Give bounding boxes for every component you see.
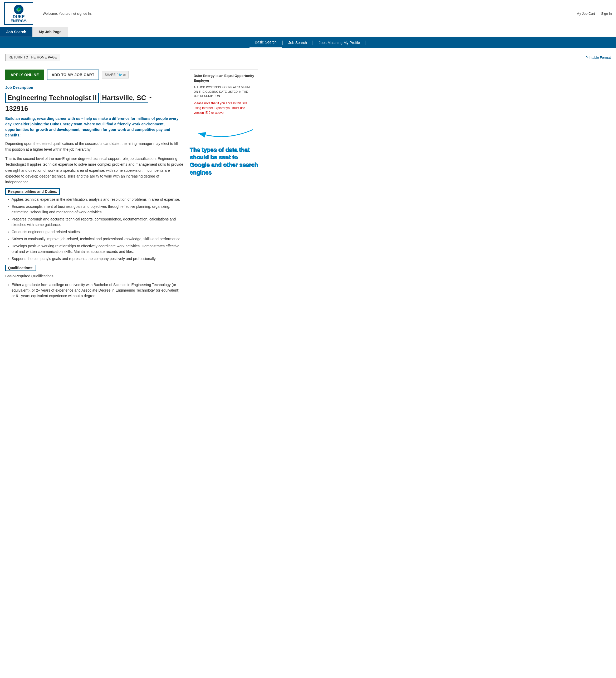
return-bar: RETURN TO THE HOME PAGE Printable Format	[0, 54, 616, 61]
responsibility-item: Ensures accomplishment of business goals…	[11, 204, 184, 215]
job-title-dash: -	[149, 93, 152, 101]
email-icon: ✉	[123, 73, 126, 77]
logo-duke: DUKE	[13, 15, 25, 19]
share-button[interactable]: SHARE f 🐦 ✉	[102, 71, 129, 78]
sidebar-expiry: ALL JOB POSTINGS EXPIRE AT 11:59 PM ON T…	[194, 85, 254, 98]
annotation-text: The types of data that should be sent to…	[190, 146, 258, 176]
primary-navigation: Job Search My Job Page	[0, 27, 616, 37]
qualifications-header: Qualifications:	[5, 265, 36, 271]
responsibility-item: Strives to continually improve job-relat…	[11, 236, 184, 242]
job-description-label: Job Description	[5, 85, 184, 89]
responsibilities-header: Responsibilities and Duties:	[5, 188, 60, 195]
nav-divider: |	[597, 11, 599, 15]
secondary-navigation: Basic Search | Job Search | Jobs Matchin…	[0, 37, 616, 48]
subnav-job-search[interactable]: Job Search	[283, 37, 312, 48]
share-icons: f 🐦 ✉	[117, 73, 126, 77]
responsibility-item: Develops positive working relationships …	[11, 243, 184, 255]
logo: DUKE ENERGY.	[4, 2, 33, 25]
subnav-sep-3: |	[365, 40, 366, 45]
my-job-cart-link[interactable]: My Job Cart	[577, 11, 595, 15]
job-para1: Depending upon the desired qualification…	[5, 141, 184, 152]
subnav-jobs-matching[interactable]: Jobs Matching My Profile	[314, 37, 365, 48]
return-home-button[interactable]: RETURN TO THE HOME PAGE	[5, 54, 60, 61]
action-buttons-row: APPLY ONLINE ADD TO MY JOB CART SHARE f …	[5, 70, 184, 80]
job-para2: This is the second level of the non-Engi…	[5, 156, 184, 185]
arrow-svg	[190, 124, 256, 145]
responsibility-item: Conducts engineering and related studies…	[11, 229, 184, 235]
welcome-message: Welcome. You are not signed in.	[43, 11, 92, 15]
qualifications-sub: Basic/Required Qualifications	[5, 273, 184, 279]
job-title-part1: Engineering Technologist II	[5, 93, 99, 103]
sidebar: Duke Energy is an Equal Opportunity Empl…	[190, 70, 258, 302]
nav-my-job-page[interactable]: My Job Page	[32, 27, 68, 37]
job-title-block: Engineering Technologist II Hartsville, …	[5, 93, 184, 103]
responsibility-item: Prepares thorough and accurate technical…	[11, 217, 184, 228]
printable-format-link[interactable]: Printable Format	[585, 55, 611, 60]
sign-in-link[interactable]: Sign In	[601, 11, 612, 15]
twitter-icon: 🐦	[118, 73, 122, 77]
responsibility-item: Applies technical expertise in the ident…	[11, 197, 184, 202]
job-intro-bold: Build an exciting, rewarding career with…	[5, 116, 184, 138]
logo-energy: ENERGY.	[10, 19, 27, 23]
sidebar-ie-warning: Please note that if you access this site…	[194, 101, 254, 115]
responsibilities-list: Applies technical expertise in the ident…	[11, 197, 184, 262]
responsibility-item: Supports the company's goals and represe…	[11, 256, 184, 262]
subnav-basic-search[interactable]: Basic Search	[250, 37, 282, 48]
share-label: SHARE	[105, 73, 115, 77]
qualification-item: Either a graduate from a college or univ…	[11, 282, 184, 299]
qualifications-list: Either a graduate from a college or univ…	[11, 282, 184, 299]
sidebar-eeo-title: Duke Energy is an Equal Opportunity Empl…	[194, 74, 254, 83]
apply-online-button[interactable]: APPLY ONLINE	[5, 70, 44, 80]
job-id: 132916	[5, 105, 184, 113]
sidebar-eeo-box: Duke Energy is an Equal Opportunity Empl…	[190, 70, 258, 119]
facebook-icon: f	[117, 73, 117, 77]
nav-job-search[interactable]: Job Search	[0, 27, 32, 37]
nav-divider-line	[5, 51, 611, 51]
job-title-part2: Hartsville, SC	[100, 93, 148, 103]
annotation-block: The types of data that should be sent to…	[190, 124, 258, 176]
add-to-job-cart-button[interactable]: ADD TO MY JOB CART	[47, 70, 99, 80]
